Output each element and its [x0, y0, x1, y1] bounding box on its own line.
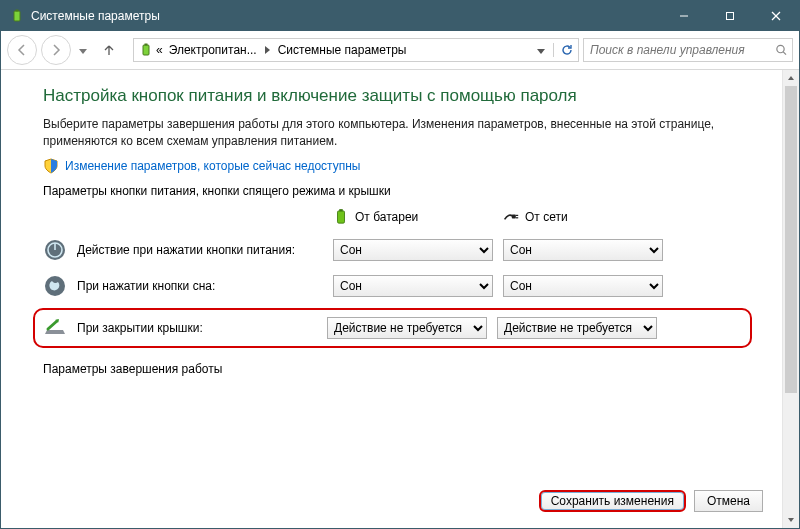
- divider: [553, 43, 554, 57]
- row-power-label: Действие при нажатии кнопки питания:: [77, 243, 295, 257]
- svg-line-9: [783, 52, 786, 55]
- svg-rect-10: [338, 210, 345, 222]
- footer-buttons: Сохранить изменения Отмена: [539, 490, 763, 512]
- scroll-up-icon[interactable]: [783, 70, 799, 86]
- page-description: Выберите параметры завершения работы для…: [43, 116, 742, 150]
- column-ac-label: От сети: [525, 210, 568, 224]
- scroll-track[interactable]: [783, 86, 799, 512]
- nav-up-button[interactable]: [95, 36, 123, 64]
- window: Системные параметры « Электропитан... Си…: [0, 0, 800, 529]
- sleep-button-ac-select[interactable]: Сон: [503, 275, 663, 297]
- nav-back-button[interactable]: [7, 35, 37, 65]
- column-battery-label: От батареи: [355, 210, 418, 224]
- search-icon: [775, 43, 788, 57]
- page-title: Настройка кнопок питания и включение защ…: [43, 86, 742, 106]
- search-input[interactable]: [588, 42, 775, 58]
- search-box[interactable]: [583, 38, 793, 62]
- power-button-battery-select[interactable]: Сон: [333, 239, 493, 261]
- row-lid-highlight: При закрытии крышки: Действие не требует…: [33, 308, 752, 348]
- sleep-button-icon: [43, 274, 67, 298]
- power-button-icon: [43, 238, 67, 262]
- svg-rect-0: [14, 11, 20, 21]
- breadcrumb-label: Электропитан...: [169, 43, 257, 57]
- power-settings-grid: От батареи От сети Действие при нажатии …: [43, 208, 742, 298]
- breadcrumb[interactable]: « Электропитан... Системные параметры: [133, 38, 579, 62]
- power-options-icon: [138, 41, 154, 59]
- svg-rect-12: [512, 214, 516, 218]
- breadcrumb-item-power[interactable]: Электропитан...: [165, 43, 261, 57]
- save-button[interactable]: Сохранить изменения: [539, 490, 686, 512]
- power-button-ac-select[interactable]: Сон: [503, 239, 663, 261]
- laptop-lid-icon: [43, 316, 67, 340]
- lid-battery-select[interactable]: Действие не требуется: [327, 317, 487, 339]
- svg-rect-11: [339, 209, 343, 211]
- window-controls: [661, 1, 799, 31]
- maximize-button[interactable]: [707, 1, 753, 31]
- breadcrumb-item-system[interactable]: Системные параметры: [274, 43, 411, 57]
- svg-point-8: [777, 45, 784, 52]
- lid-ac-select[interactable]: Действие не требуется: [497, 317, 657, 339]
- chevron-down-icon[interactable]: [537, 43, 545, 57]
- nav-forward-button[interactable]: [41, 35, 71, 65]
- sleep-button-battery-select[interactable]: Сон: [333, 275, 493, 297]
- forward-arrow-icon: [49, 43, 63, 57]
- row-power-button: Действие при нажатии кнопки питания:: [43, 238, 323, 262]
- titlebar: Системные параметры: [1, 1, 799, 31]
- svg-rect-3: [727, 13, 734, 20]
- svg-rect-6: [143, 45, 149, 55]
- shield-icon: [43, 158, 59, 174]
- row-sleep-label: При нажатии кнопки сна:: [77, 279, 215, 293]
- address-bar: « Электропитан... Системные параметры: [1, 31, 799, 70]
- nav-history-dropdown[interactable]: [79, 43, 87, 57]
- battery-icon: [333, 208, 349, 226]
- minimize-button[interactable]: [661, 1, 707, 31]
- vertical-scrollbar[interactable]: [782, 70, 799, 528]
- svg-rect-1: [16, 10, 19, 12]
- unlock-row: Изменение параметров, которые сейчас нед…: [43, 158, 742, 174]
- close-button[interactable]: [753, 1, 799, 31]
- content-area: Настройка кнопок питания и включение защ…: [1, 70, 799, 528]
- scroll-thumb[interactable]: [785, 86, 797, 393]
- unlock-settings-link[interactable]: Изменение параметров, которые сейчас нед…: [65, 159, 361, 173]
- column-ac: От сети: [503, 208, 663, 226]
- back-arrow-icon: [15, 43, 29, 57]
- app-icon: [9, 8, 25, 24]
- cancel-button[interactable]: Отмена: [694, 490, 763, 512]
- chevron-right-icon: [261, 43, 274, 57]
- page-body: Настройка кнопок питания и включение защ…: [1, 70, 782, 528]
- svg-rect-7: [145, 44, 148, 46]
- row-lid-label: При закрытии крышки:: [77, 321, 203, 335]
- section-shutdown-label: Параметры завершения работы: [43, 362, 742, 376]
- row-lid: При закрытии крышки:: [43, 316, 317, 340]
- scroll-down-icon[interactable]: [783, 512, 799, 528]
- up-arrow-icon: [102, 43, 116, 57]
- refresh-icon[interactable]: [560, 43, 574, 57]
- section-power-buttons-label: Параметры кнопки питания, кнопки спящего…: [43, 184, 742, 198]
- row-sleep-button: При нажатии кнопки сна:: [43, 274, 323, 298]
- plug-icon: [503, 208, 519, 226]
- column-battery: От батареи: [333, 208, 493, 226]
- window-title: Системные параметры: [31, 9, 160, 23]
- breadcrumb-label: Системные параметры: [278, 43, 407, 57]
